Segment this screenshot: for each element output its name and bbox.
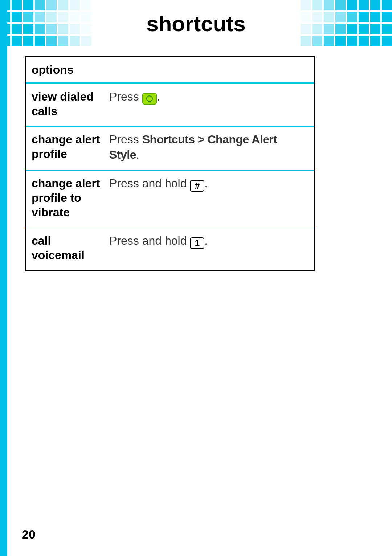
row-label: change alert profile: [26, 127, 109, 170]
header-deco-right: [290, 0, 392, 47]
row-instruction: Press and hold #.: [109, 171, 314, 228]
table-row: view dialed calls Press .: [26, 83, 314, 126]
one-key-icon: 1: [190, 237, 204, 249]
header-deco-left: [0, 0, 102, 47]
page-header: shortcuts: [0, 0, 392, 47]
left-accent-bar: [0, 0, 7, 556]
page-number: 20: [22, 527, 36, 541]
hash-key-icon: #: [190, 180, 204, 192]
row-label: view dialed calls: [26, 84, 109, 126]
table-row: call voicemail Press and hold 1.: [26, 228, 314, 270]
shortcuts-table: options view dialed calls Press . change…: [25, 56, 315, 271]
table-row: change alert profile Press Shortcuts > C…: [26, 126, 314, 170]
table-header-row: options: [26, 57, 314, 83]
page-title: shortcuts: [146, 11, 245, 36]
row-instruction: Press .: [109, 84, 314, 126]
dial-key-icon: [142, 93, 157, 105]
table-header-label: options: [26, 57, 109, 82]
table-row: change alert profile to vibrate Press an…: [26, 170, 314, 228]
row-instruction: Press Shortcuts > Change Alert Style.: [109, 127, 314, 170]
row-label: change alert profile to vibrate: [26, 171, 109, 228]
row-instruction: Press and hold 1.: [109, 228, 314, 270]
row-label: call voicemail: [26, 228, 109, 270]
